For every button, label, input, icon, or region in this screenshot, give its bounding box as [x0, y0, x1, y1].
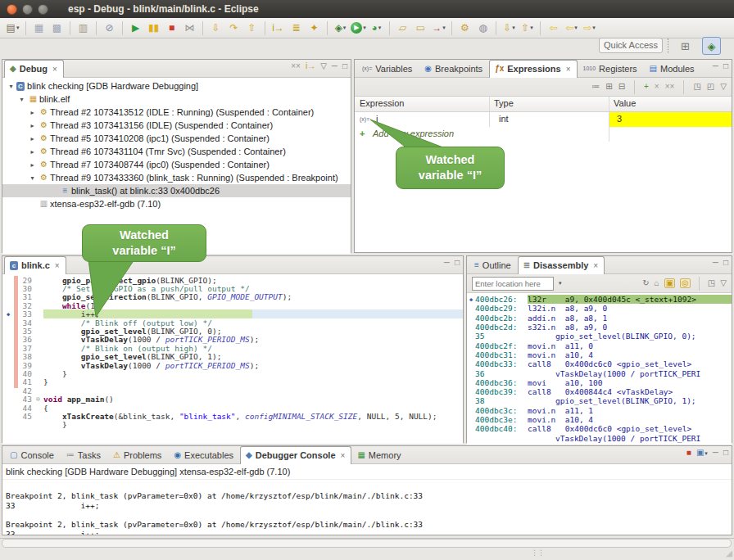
minimize-button[interactable]: ─: [444, 259, 450, 267]
close-tab-icon[interactable]: ×: [341, 451, 346, 460]
expander-icon[interactable]: ▾: [27, 174, 38, 182]
expander-icon[interactable]: ▸: [27, 122, 38, 129]
go-to-line-button[interactable]: ⇧▾: [519, 20, 536, 36]
disconnect-button[interactable]: ⋈: [181, 20, 198, 36]
column-header-expression[interactable]: Expression: [360, 98, 404, 108]
remove-all-terminated-button[interactable]: ××: [291, 62, 301, 70]
breakpoint-icon[interactable]: ◆: [2, 311, 14, 318]
expander-icon[interactable]: ▸: [27, 135, 38, 142]
tab-debug[interactable]: ◈Debug×: [4, 60, 64, 78]
home-button[interactable]: ⌂: [655, 279, 659, 287]
terminate-console-button[interactable]: ■: [686, 449, 691, 457]
fold-minus-icon[interactable]: ⊖: [36, 395, 43, 403]
suspend-button[interactable]: ▮▮: [145, 20, 162, 36]
expander-icon[interactable]: ▾: [16, 96, 27, 103]
tree-row[interactable]: ▸⚙Thread #6 1073431104 (Tmr Svc) (Suspen…: [2, 145, 351, 158]
add-expression-row[interactable]: + Add new expression: [355, 127, 732, 142]
tab-breakpoints[interactable]: ◉Breakpoints: [419, 60, 489, 77]
console-content[interactable]: blink checking [GDB Hardware Debugging] …: [2, 464, 732, 535]
sync-selection-toggle[interactable]: ◎: [680, 278, 691, 288]
tree-row[interactable]: ▸⚙Thread #7 1073408744 (ipc0) (Suspended…: [2, 158, 351, 171]
view-menu-button[interactable]: ▽: [320, 62, 327, 70]
last-edit-location-button[interactable]: ⇩▾: [501, 20, 518, 36]
expander-icon[interactable]: ▸: [27, 161, 38, 169]
minimize-button[interactable]: ─: [713, 62, 718, 70]
quick-access-button[interactable]: Quick Access: [599, 38, 663, 53]
expander-icon[interactable]: ▸: [27, 109, 38, 116]
add-expression-button[interactable]: +: [644, 83, 649, 91]
tree-row[interactable]: ▸⚙Thread #3 1073413156 (IDLE) (Suspended…: [2, 119, 351, 132]
show-logical-structure-toggle[interactable]: ⊞: [605, 83, 612, 91]
close-tab-icon[interactable]: ×: [52, 65, 57, 74]
code-editor[interactable]: 29 gpio_pad_select_gpio(BLINK_GPIO);30 /…: [2, 274, 463, 444]
tree-row[interactable]: ≡blink_task() at blink.c:33 0x400dbc26: [2, 184, 351, 197]
maximize-button[interactable]: □: [342, 62, 347, 70]
display-console-button[interactable]: ▣▾: [696, 449, 708, 457]
save-button[interactable]: ▦: [30, 20, 48, 36]
new-project-button[interactable]: ▱: [394, 20, 411, 36]
tab-outline[interactable]: ≡Outline: [469, 256, 518, 273]
breakpoint-types-button[interactable]: ✦: [306, 20, 323, 36]
location-dropdown-icon[interactable]: ▾: [559, 280, 562, 287]
tree-row[interactable]: ▸⚙Thread #5 1073410208 (ipc1) (Suspended…: [2, 132, 351, 145]
close-tab-icon[interactable]: ×: [55, 261, 60, 270]
window-minimize-icon[interactable]: [22, 4, 33, 15]
horizontal-scrollbar[interactable]: [2, 539, 732, 548]
expression-row[interactable]: (x)= i int 3: [355, 112, 732, 127]
show-source-toggle[interactable]: ▣: [664, 278, 675, 288]
view-menu-button[interactable]: ▽: [720, 279, 727, 287]
format-button[interactable]: ⚙: [456, 20, 473, 36]
tree-row[interactable]: ▾▦blink.elf: [2, 93, 351, 106]
tab-console[interactable]: ▢Console: [4, 446, 61, 463]
tab-registers[interactable]: 1010Registers: [578, 60, 644, 77]
debug-button[interactable]: ◈▾: [332, 20, 349, 36]
instruction-stepping-toggle[interactable]: i→: [306, 62, 315, 70]
show-type-names-toggle[interactable]: ≔: [591, 83, 600, 91]
minimize-button[interactable]: ─: [332, 62, 338, 70]
back-button[interactable]: ⇦▾: [563, 20, 580, 36]
tab-disassembly[interactable]: ≣Disassembly×: [518, 256, 605, 274]
minimize-button[interactable]: ─: [713, 449, 718, 457]
tab-problems[interactable]: ⚠Problems: [107, 446, 168, 463]
build-button[interactable]: ▥: [75, 20, 92, 36]
resume-button[interactable]: ▶: [127, 20, 144, 36]
new-wizard-button[interactable]: ▤▾: [4, 20, 21, 36]
tree-row[interactable]: ▥xtensa-esp32-elf-gdb (7.10): [2, 197, 351, 210]
minimize-button[interactable]: ─: [713, 259, 718, 267]
tab-executables[interactable]: ◉Executables: [168, 446, 240, 463]
remove-all-expressions-button[interactable]: ××: [665, 83, 675, 91]
open-perspective-button[interactable]: ⊞: [677, 38, 694, 54]
new-view-button[interactable]: ◳: [708, 279, 715, 287]
launch-button[interactable]: →▾: [430, 20, 447, 36]
maximize-button[interactable]: □: [723, 449, 728, 457]
forward-button[interactable]: ⇨▾: [581, 20, 598, 36]
tab-debugger-console[interactable]: ◈Debugger Console×: [240, 446, 351, 464]
remove-expression-button[interactable]: ×: [655, 83, 659, 91]
run-button[interactable]: ▶▾: [350, 20, 367, 36]
column-divider[interactable]: [609, 97, 609, 111]
sash-grip-icon[interactable]: ⋮⋮: [531, 549, 544, 557]
column-header-type[interactable]: Type: [494, 98, 514, 108]
tab-modules[interactable]: ▤Modules: [644, 60, 701, 77]
maximize-button[interactable]: □: [723, 62, 728, 70]
step-filters-button[interactable]: ≣: [288, 20, 305, 36]
back-history-button[interactable]: ⇦: [545, 20, 562, 36]
open-element-button[interactable]: ▭: [412, 20, 429, 36]
resize-grip-icon[interactable]: ◢: [726, 549, 732, 558]
terminate-button[interactable]: ■: [163, 20, 180, 36]
debug-perspective-button[interactable]: ◈: [702, 37, 721, 55]
instruction-stepping-button[interactable]: i→: [270, 20, 287, 36]
step-over-button[interactable]: ↷: [225, 20, 242, 36]
window-maximize-icon[interactable]: [38, 4, 48, 15]
maximize-button[interactable]: □: [723, 259, 728, 267]
pin-view-button[interactable]: ◰: [707, 83, 714, 91]
step-return-button[interactable]: ⇧: [243, 20, 261, 36]
tab-expressions[interactable]: ƒxExpressions×: [489, 60, 577, 78]
tab-memory[interactable]: ▦Memory: [351, 446, 407, 463]
external-tools-button[interactable]: ◕▾: [368, 20, 385, 36]
column-header-value[interactable]: Value: [614, 98, 636, 108]
tree-row[interactable]: ▾⚙Thread #9 1073433360 (blink_task : Run…: [2, 171, 351, 184]
skip-breakpoints-button[interactable]: ⊘: [101, 20, 118, 36]
toggle-mark-button[interactable]: ◍: [474, 20, 492, 36]
view-menu-button[interactable]: ▽: [720, 83, 727, 91]
